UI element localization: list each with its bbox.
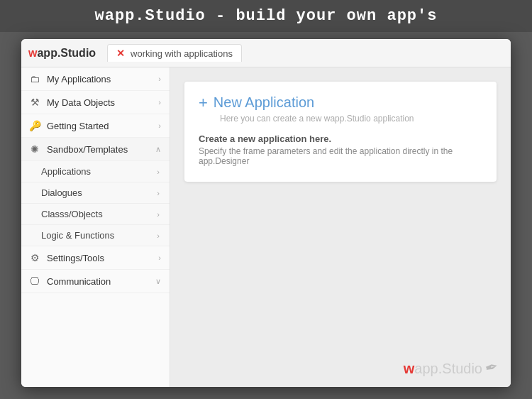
- window-logo: wapp.Studio: [28, 47, 96, 60]
- new-app-heading: New Application: [214, 94, 314, 111]
- sidebar-item-my-applications[interactable]: 🗀 My Applications ›: [21, 67, 170, 91]
- submenu-item-classs-objects[interactable]: Classs/Objects ›: [21, 204, 170, 225]
- new-app-subtitle: Here you can create a new wapp.Studio ap…: [220, 114, 482, 124]
- arrow-icon-logic-functions: ›: [157, 231, 160, 240]
- sidebar-label-settings-tools: Settings/Tools: [47, 253, 104, 263]
- logo-w: w: [28, 47, 37, 59]
- arrow-icon-my-applications: ›: [158, 75, 161, 83]
- new-app-desc-line2: Specify the frame parameters and edit th…: [199, 146, 482, 166]
- folder-icon: 🗀: [28, 73, 41, 84]
- communication-icon: 🖵: [28, 275, 41, 287]
- sidebar-item-sandbox-templates[interactable]: ✺ Sandbox/Templates ∧: [21, 138, 170, 161]
- sidebar-item-my-data-objects[interactable]: ⚒ My Data Objects ›: [21, 91, 170, 114]
- submenu-item-dialogues[interactable]: Dialogues ›: [21, 182, 170, 204]
- submenu-label-classs-objects: Classs/Objects: [41, 209, 103, 219]
- watermark-w: w: [404, 361, 415, 376]
- key-icon: 🔑: [28, 120, 41, 131]
- new-app-title-row: + New Application: [199, 94, 482, 111]
- sidebar: 🗀 My Applications › ⚒ My Data Objects › …: [21, 67, 170, 387]
- sidebar-label-sandbox: Sandbox/Templates: [47, 144, 128, 155]
- main-content: + New Application Here you can create a …: [170, 67, 511, 387]
- arrow-icon-classs-objects: ›: [157, 210, 160, 219]
- window-titlebar: wapp.Studio ✕ working with applications: [21, 39, 511, 67]
- watermark-text: wapp.Studio: [404, 361, 482, 377]
- sidebar-label-my-applications: My Applications: [47, 74, 111, 84]
- new-application-card: + New Application Here you can create a …: [184, 82, 497, 182]
- sidebar-item-getting-started[interactable]: 🔑 Getting Started ›: [21, 114, 170, 138]
- sidebar-item-communication[interactable]: 🖵 Communication ∨: [21, 270, 170, 293]
- top-title-text: wapp.Studio - build your own app's: [95, 7, 438, 25]
- plus-icon: +: [199, 95, 208, 111]
- arrow-icon-my-data-objects: ›: [158, 98, 161, 106]
- sidebar-label-communication: Communication: [47, 276, 111, 287]
- tab-label: working with applications: [131, 48, 233, 59]
- window-body: 🗀 My Applications › ⚒ My Data Objects › …: [21, 67, 511, 387]
- app-window: wapp.Studio ✕ working with applications …: [21, 39, 511, 387]
- arrow-icon-applications: ›: [157, 168, 160, 176]
- arrow-icon-settings-tools: ›: [158, 253, 161, 262]
- sidebar-label-my-data-objects: My Data Objects: [47, 97, 115, 108]
- watermark: wapp.Studio ✒: [404, 359, 498, 377]
- submenu-label-applications: Applications: [41, 166, 91, 177]
- pen-icon: ✒: [483, 357, 500, 378]
- active-tab[interactable]: ✕ working with applications: [107, 44, 242, 62]
- submenu-label-dialogues: Dialogues: [41, 187, 82, 198]
- new-app-desc-line1: Create a new application here.: [199, 133, 482, 144]
- data-icon: ⚒: [28, 97, 41, 108]
- expand-icon-sandbox: ∧: [155, 145, 161, 154]
- sidebar-item-settings-tools[interactable]: ⚙ Settings/Tools ›: [21, 246, 170, 270]
- logo-suffix: app.Studio: [37, 47, 96, 59]
- settings-star-icon: ✺: [28, 143, 41, 155]
- arrow-icon-getting-started: ›: [158, 121, 161, 130]
- sidebar-label-getting-started: Getting Started: [47, 121, 109, 131]
- submenu-label-logic-functions: Logic & Functions: [41, 230, 114, 241]
- submenu-item-logic-functions[interactable]: Logic & Functions ›: [21, 225, 170, 246]
- gear-icon: ⚙: [28, 252, 41, 263]
- expand-icon-communication: ∨: [155, 277, 161, 286]
- submenu-item-applications[interactable]: Applications ›: [21, 161, 170, 182]
- tab-close-button[interactable]: ✕: [116, 48, 125, 59]
- sandbox-submenu: Applications › Dialogues › Classs/Object…: [21, 161, 170, 246]
- top-title-bar: wapp.Studio - build your own app's: [0, 0, 532, 32]
- arrow-icon-dialogues: ›: [157, 189, 160, 197]
